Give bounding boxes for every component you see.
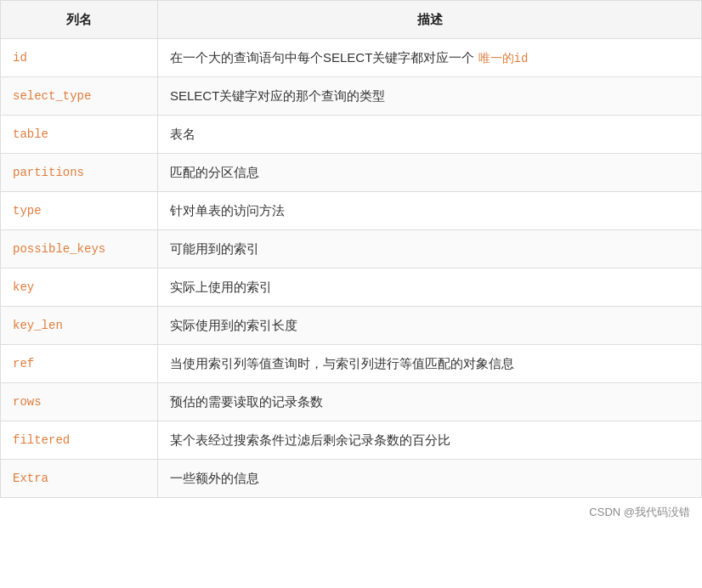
table-row: type针对单表的访问方法 xyxy=(1,192,702,230)
cell-column-desc: 当使用索引列等值查询时，与索引列进行等值匹配的对象信息 xyxy=(158,345,702,383)
table-header-row: 列名 描述 xyxy=(1,1,702,39)
cell-column-name: table xyxy=(1,116,158,154)
highlight-text: 唯一的id xyxy=(478,52,529,65)
cell-column-desc: 可能用到的索引 xyxy=(158,230,702,269)
table-row: table表名 xyxy=(1,116,702,154)
cell-column-name: key_len xyxy=(1,307,158,345)
cell-column-desc: 预估的需要读取的记录条数 xyxy=(158,383,702,421)
table-row: partitions匹配的分区信息 xyxy=(1,154,702,192)
table-row: key_len实际使用到的索引长度 xyxy=(1,307,702,345)
cell-column-name: filtered xyxy=(1,421,158,460)
explain-columns-table: 列名 描述 id在一个大的查询语句中每个SELECT关键字都对应一个 唯一的id… xyxy=(0,0,702,498)
table-row: filtered某个表经过搜索条件过滤后剩余记录条数的百分比 xyxy=(1,421,702,460)
table-row: possible_keys可能用到的索引 xyxy=(1,230,702,269)
table-row: ref当使用索引列等值查询时，与索引列进行等值匹配的对象信息 xyxy=(1,345,702,383)
cell-column-name: type xyxy=(1,192,158,230)
watermark: CSDN @我代码没错 xyxy=(0,498,702,527)
cell-column-name: select_type xyxy=(1,77,158,116)
cell-column-name: partitions xyxy=(1,154,158,192)
cell-column-name: ref xyxy=(1,345,158,383)
cell-column-desc: 在一个大的查询语句中每个SELECT关键字都对应一个 唯一的id xyxy=(158,39,702,77)
cell-column-desc: 一些额外的信息 xyxy=(158,460,702,498)
cell-column-desc: 某个表经过搜索条件过滤后剩余记录条数的百分比 xyxy=(158,421,702,460)
table-row: Extra一些额外的信息 xyxy=(1,460,702,498)
cell-column-desc: 实际使用到的索引长度 xyxy=(158,307,702,345)
header-col-desc: 描述 xyxy=(158,1,702,39)
cell-column-name: rows xyxy=(1,383,158,421)
cell-column-desc: 实际上使用的索引 xyxy=(158,269,702,307)
table-row: rows预估的需要读取的记录条数 xyxy=(1,383,702,421)
header-col-name: 列名 xyxy=(1,1,158,39)
cell-column-desc: 匹配的分区信息 xyxy=(158,154,702,192)
cell-column-desc: 表名 xyxy=(158,116,702,154)
cell-column-name: possible_keys xyxy=(1,230,158,269)
cell-column-name: key xyxy=(1,269,158,307)
table-row: select_typeSELECT关键字对应的那个查询的类型 xyxy=(1,77,702,116)
cell-column-desc: SELECT关键字对应的那个查询的类型 xyxy=(158,77,702,116)
table-row: key实际上使用的索引 xyxy=(1,269,702,307)
cell-column-desc: 针对单表的访问方法 xyxy=(158,192,702,230)
cell-column-name: Extra xyxy=(1,460,158,498)
cell-column-name: id xyxy=(1,39,158,77)
table-row: id在一个大的查询语句中每个SELECT关键字都对应一个 唯一的id xyxy=(1,39,702,77)
